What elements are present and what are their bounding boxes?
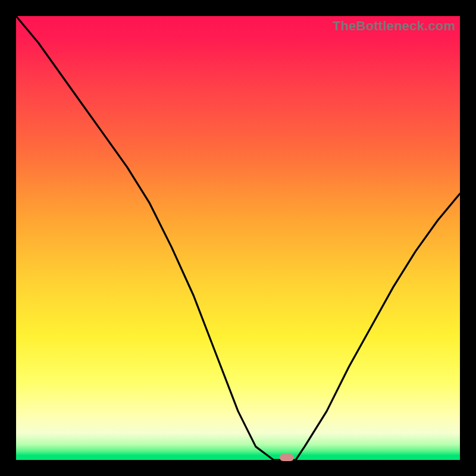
minimum-marker (280, 454, 294, 461)
watermark-label: TheBottleneck.com (333, 18, 455, 34)
plot-area: TheBottleneck.com (16, 16, 460, 460)
bottleneck-curve (16, 16, 460, 460)
chart-stage: TheBottleneck.com (0, 0, 476, 476)
